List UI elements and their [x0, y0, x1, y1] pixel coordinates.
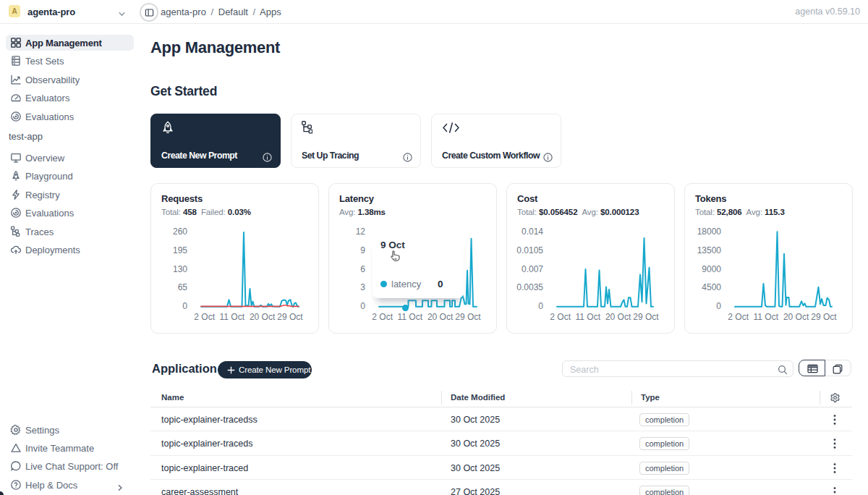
svg-text:11 Oct: 11 Oct: [220, 312, 245, 322]
svg-text:29 Oct: 29 Oct: [633, 312, 659, 322]
svg-text:20 Oct: 20 Oct: [250, 312, 276, 322]
svg-text:2 Oct: 2 Oct: [728, 312, 749, 322]
svg-text:0.007: 0.007: [522, 264, 543, 274]
svg-text:29 Oct: 29 Oct: [455, 312, 481, 322]
svg-text:11 Oct: 11 Oct: [754, 312, 779, 322]
svg-text:65: 65: [178, 282, 188, 292]
svg-text:0: 0: [360, 301, 365, 311]
svg-text:195: 195: [173, 245, 187, 255]
svg-text:2 Oct: 2 Oct: [550, 312, 571, 322]
svg-text:9000: 9000: [702, 264, 721, 274]
svg-text:4500: 4500: [702, 282, 721, 292]
svg-text:18000: 18000: [697, 227, 722, 237]
svg-text:2 Oct: 2 Oct: [194, 312, 215, 322]
svg-text:0: 0: [716, 301, 721, 311]
svg-text:9: 9: [360, 245, 365, 255]
svg-text:12: 12: [356, 227, 366, 237]
svg-text:11 Oct: 11 Oct: [398, 312, 423, 322]
svg-text:20 Oct: 20 Oct: [605, 312, 631, 322]
svg-text:29 Oct: 29 Oct: [277, 312, 303, 322]
svg-text:20 Oct: 20 Oct: [783, 312, 809, 322]
svg-text:0.0105: 0.0105: [516, 245, 543, 255]
svg-text:11 Oct: 11 Oct: [576, 312, 601, 322]
svg-text:20 Oct: 20 Oct: [427, 312, 454, 322]
svg-text:0: 0: [538, 301, 543, 311]
svg-text:3: 3: [360, 282, 365, 292]
svg-text:29 Oct: 29 Oct: [811, 312, 837, 322]
svg-text:13500: 13500: [697, 245, 722, 255]
svg-text:130: 130: [173, 264, 187, 274]
svg-text:0: 0: [182, 301, 187, 311]
svg-text:2 Oct: 2 Oct: [372, 312, 393, 322]
svg-text:0.0035: 0.0035: [516, 282, 543, 292]
svg-text:6: 6: [360, 264, 365, 274]
svg-text:260: 260: [173, 227, 187, 237]
svg-text:0.014: 0.014: [522, 227, 543, 237]
